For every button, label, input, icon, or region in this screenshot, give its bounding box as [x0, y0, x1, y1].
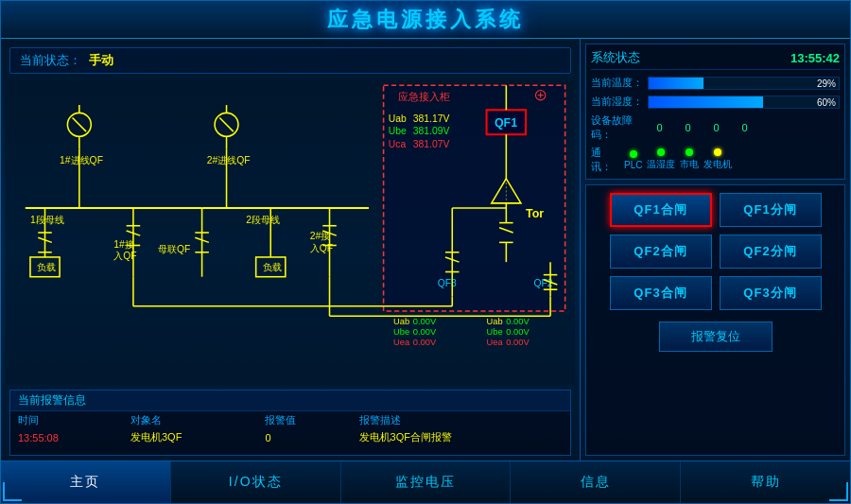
svg-text:1#进线QF: 1#进线QF [60, 155, 103, 165]
alarm-col-desc: 报警描述 [352, 411, 570, 429]
comm-temp: 温湿度 [647, 148, 675, 171]
header: 应急电源接入系统 [1, 1, 850, 39]
svg-text:Tor: Tor [526, 207, 544, 220]
svg-text:母联QF: 母联QF [158, 244, 190, 254]
humidity-value: 60% [817, 96, 836, 109]
alarm-header: 当前报警信息 [10, 391, 570, 411]
svg-text:应急接入柜: 应急接入柜 [398, 91, 450, 102]
fault-code-2: 0 [704, 122, 728, 133]
svg-text:QF3: QF3 [438, 278, 457, 288]
svg-text:0.00V: 0.00V [506, 338, 530, 347]
comm-name-grid: 市电 [680, 158, 699, 171]
alarm-reset-button[interactable]: 报警复位 [659, 322, 773, 352]
svg-text:1段母线: 1段母线 [30, 215, 64, 225]
content-area: 当前状态： 手动 1#进线QF [1, 39, 850, 461]
humidity-progress: 60% [648, 96, 840, 109]
circuit-diagram: 1#进线QF 1段母线 负载 [6, 78, 575, 388]
alarm-col-time: 时间 [10, 411, 123, 429]
diagram-area: 1#进线QF 1段母线 负载 [6, 78, 575, 388]
nav-home-label: 主页 [70, 474, 100, 491]
qf3-close-button[interactable]: QF3合闸 [610, 276, 712, 310]
svg-text:Ube: Ube [487, 327, 503, 337]
humidity-row: 当前湿度： 60% [591, 95, 840, 109]
comm-dot-plc [630, 150, 637, 158]
alarm-section: 当前报警信息 时间 对象名 报警值 报警描述 13:55:08 [9, 390, 571, 456]
control-section: QF1合闸 QF1分闸 QF2合闸 QF2分闸 QF3合闸 QF3分闸 报警复位 [585, 184, 845, 456]
svg-text:入QF: 入QF [113, 251, 136, 261]
fault-code-1: 0 [676, 122, 700, 133]
comm-dot-gen [714, 148, 721, 156]
svg-text:0.00V: 0.00V [413, 338, 437, 347]
temp-fill [649, 78, 703, 89]
alarm-col-val: 报警值 [257, 411, 351, 429]
btn-row-qf3: QF3合闸 QF3分闸 [594, 276, 837, 310]
nav-voltage[interactable]: 监控电压 [341, 461, 512, 503]
svg-text:入QF: 入QF [310, 243, 333, 253]
fault-code-3: 0 [733, 122, 756, 133]
status-bar: 当前状态： 手动 [9, 47, 571, 74]
temp-row: 当前温度： 29% [591, 76, 840, 90]
temp-label: 当前温度： [591, 76, 643, 90]
svg-text:0.00V: 0.00V [413, 327, 437, 337]
nav-info-label: 信息 [581, 474, 611, 491]
svg-text:1#接: 1#接 [113, 239, 134, 250]
fault-label: 设备故障码： [591, 113, 643, 142]
status-label: 当前状态： [20, 52, 81, 69]
main-container: 应急电源接入系统 当前状态： 手动 [0, 0, 851, 504]
nav-help[interactable]: 帮助 [681, 461, 850, 503]
right-panel: 系统状态 13:55:42 当前温度： 29% 当前湿度： 6 [581, 39, 850, 461]
alarm-time: 13:55:08 [10, 429, 123, 445]
qf1-open-button[interactable]: QF1分闸 [720, 193, 822, 227]
svg-text:381.09V: 381.09V [413, 126, 450, 136]
system-time: 13:55:42 [790, 51, 840, 65]
qf2-close-button[interactable]: QF2合闸 [610, 235, 712, 269]
bottom-nav: 主页 I/O状态 监控电压 信息 帮助 [1, 461, 850, 503]
qf3-open-button[interactable]: QF3分闸 [720, 276, 822, 310]
svg-text:负载: 负载 [263, 262, 282, 272]
svg-text:负载: 负载 [37, 262, 56, 272]
btn-row-alarm: 报警复位 [594, 318, 837, 356]
btn-row-qf2: QF2合闸 QF2分闸 [594, 235, 837, 269]
svg-text:381.07V: 381.07V [413, 139, 450, 149]
svg-text:QF1: QF1 [495, 116, 517, 130]
nav-io[interactable]: I/O状态 [171, 461, 341, 503]
svg-text:0.00V: 0.00V [413, 317, 437, 326]
corner-decoration-br [829, 482, 848, 501]
comm-name-temp: 温湿度 [647, 158, 675, 171]
comm-plc: PLC [624, 150, 642, 170]
svg-text:Uea: Uea [487, 338, 504, 347]
qf2-open-button[interactable]: QF2分闸 [720, 235, 822, 269]
nav-home[interactable]: 主页 [1, 461, 171, 503]
humidity-label: 当前湿度： [591, 95, 643, 109]
svg-text:Uca: Uca [389, 139, 407, 149]
left-panel: 当前状态： 手动 1#进线QF [1, 39, 581, 461]
alarm-obj: 发电机3QF [123, 429, 257, 445]
alarm-header-label: 当前报警信息 [18, 393, 86, 407]
comm-dot-temp [657, 148, 665, 156]
alarm-col-obj: 对象名 [123, 411, 257, 429]
svg-text:381.17V: 381.17V [413, 113, 450, 124]
corner-decoration-bl [3, 482, 22, 501]
svg-text:2#进线QF: 2#进线QF [207, 155, 251, 165]
comm-label: 通 讯： [591, 146, 619, 174]
system-status-title: 系统状态 [591, 49, 640, 66]
comm-dot-grid [686, 148, 693, 156]
nav-info[interactable]: 信息 [511, 461, 681, 503]
qf1-close-button[interactable]: QF1合闸 [610, 193, 712, 227]
comm-row: 通 讯： PLC 温湿度 市电 发电机 [591, 146, 840, 174]
alarm-val: 0 [257, 429, 351, 445]
svg-text:Uab: Uab [487, 317, 503, 326]
fault-row: 设备故障码： 0 0 0 0 [591, 113, 840, 142]
system-status-panel: 系统状态 13:55:42 当前温度： 29% 当前湿度： 6 [585, 43, 845, 180]
temp-progress: 29% [648, 77, 840, 90]
svg-text:0.00V: 0.00V [506, 327, 530, 337]
nav-help-label: 帮助 [751, 474, 781, 491]
alarm-desc: 发电机3QF合闸报警 [352, 429, 570, 445]
humidity-fill [649, 96, 763, 108]
comm-name-plc: PLC [624, 160, 642, 170]
svg-text:Uab: Uab [393, 317, 409, 326]
alarm-table: 时间 对象名 报警值 报警描述 13:55:08 发电机3QF 0 发电机3QF… [10, 411, 570, 445]
fault-code-0: 0 [648, 122, 671, 133]
page-title: 应急电源接入系统 [327, 6, 524, 34]
comm-grid: 市电 [680, 148, 699, 171]
